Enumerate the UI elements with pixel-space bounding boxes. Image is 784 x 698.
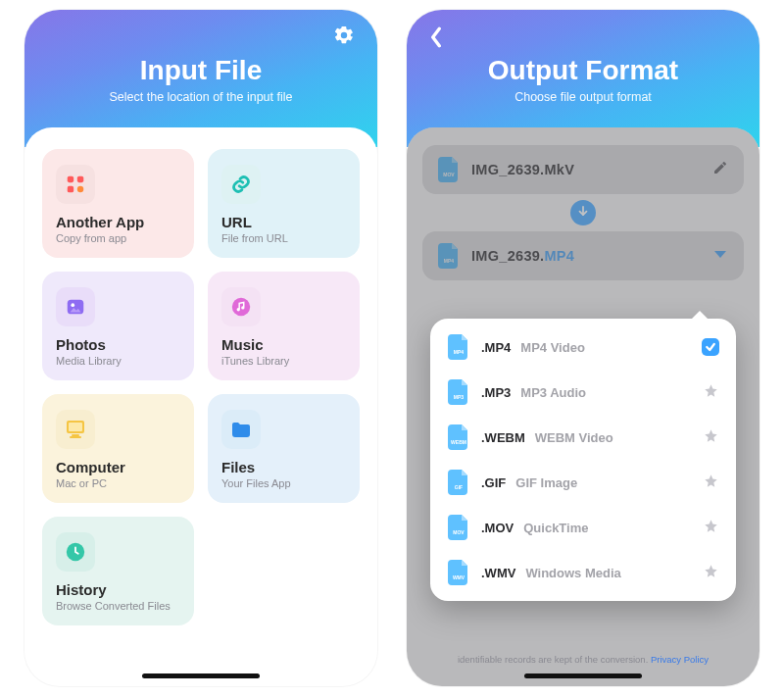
format-option-webm[interactable]: WEBM.WEBM WEBM Video: [430, 415, 736, 460]
svg-text:WEBM: WEBM: [451, 439, 466, 445]
file-mov-icon: MOV: [446, 515, 471, 540]
svg-point-5: [71, 303, 74, 307]
tile-subtitle: Browse Converted Files: [56, 600, 180, 612]
tile-title: Computer: [56, 459, 180, 475]
format-ext: .WEBM: [481, 430, 525, 445]
format-ext: .WMV: [481, 566, 515, 580]
svg-rect-0: [68, 176, 74, 182]
input-file-row[interactable]: MOV IMG_2639.MkV: [422, 145, 744, 194]
svg-point-7: [237, 308, 240, 311]
star-icon: [704, 383, 718, 402]
tile-title: Photos: [56, 336, 180, 353]
source-tile-history[interactable]: History Browse Converted Files: [42, 517, 194, 625]
tile-title: URL: [221, 214, 346, 230]
format-options-popup: MP4.MP4 MP4 VideoMP3.MP3 MP3 AudioWEBM.W…: [430, 319, 736, 601]
format-option-mp3[interactable]: MP3.MP3 MP3 Audio: [430, 370, 736, 415]
music-icon: [221, 287, 261, 326]
svg-point-8: [241, 306, 244, 309]
settings-button[interactable]: [330, 24, 358, 51]
chevron-left-icon: [429, 26, 443, 52]
privacy-footnote: identifiable records are kept of the con…: [407, 654, 760, 665]
photos-icon: [56, 287, 95, 326]
format-ext: .MOV: [481, 521, 514, 535]
open-format-dropdown[interactable]: [710, 246, 730, 266]
format-option-mp4[interactable]: MP4.MP4 MP4 Video: [430, 324, 736, 370]
tile-title: Another App: [56, 214, 180, 230]
home-indicator[interactable]: [524, 673, 642, 678]
star-icon: [704, 519, 718, 537]
svg-point-6: [232, 298, 250, 316]
svg-rect-12: [70, 436, 81, 438]
source-tile-computer[interactable]: Computer Mac or PC: [42, 394, 194, 503]
input-file-screen: Input File Select the location of the in…: [24, 10, 377, 686]
favorite-star[interactable]: [701, 382, 720, 402]
file-mp3-icon: MP3: [446, 379, 471, 405]
file-wmv-icon: WMV: [446, 560, 471, 585]
svg-rect-2: [68, 186, 74, 192]
source-tile-url[interactable]: URL File from URL: [208, 149, 360, 258]
svg-text:MP4: MP4: [454, 349, 465, 355]
home-indicator[interactable]: [142, 673, 260, 678]
folder-icon: [221, 410, 261, 449]
format-option-wmv[interactable]: WMV.WMV Windows Media: [430, 550, 736, 595]
privacy-policy-link[interactable]: Privacy Policy: [651, 654, 709, 665]
header: Output Format Choose file output format: [407, 10, 760, 147]
back-button[interactable]: [422, 25, 450, 53]
gear-icon: [333, 25, 355, 50]
source-tile-photos[interactable]: Photos Media Library: [42, 272, 194, 380]
page-subtitle: Choose file output format: [407, 90, 760, 104]
svg-rect-10: [69, 423, 82, 431]
format-option-gif[interactable]: GIF.GIF GIF Image: [430, 460, 736, 505]
check-icon: [702, 338, 719, 356]
star-icon: [704, 564, 718, 582]
file-mov-icon: MOV: [436, 157, 462, 182]
header: Input File Select the location of the in…: [24, 10, 377, 147]
favorite-star[interactable]: [701, 427, 720, 447]
format-desc: QuickTime: [523, 521, 588, 535]
format-desc: GIF Image: [515, 475, 577, 490]
source-tile-music[interactable]: Music iTunes Library: [208, 272, 360, 380]
conversion-arrow: [422, 200, 744, 225]
input-file-name: IMG_2639.MkV: [471, 162, 701, 177]
apps-icon: [56, 165, 95, 204]
tile-subtitle: iTunes Library: [221, 355, 346, 367]
output-file-name: IMG_2639.MP4: [471, 248, 701, 264]
file-mp4-icon: MP4: [446, 334, 471, 360]
favorite-star[interactable]: [701, 473, 720, 492]
svg-text:MP4: MP4: [444, 258, 455, 264]
page-title: Input File: [24, 55, 377, 86]
svg-text:MP3: MP3: [454, 394, 465, 400]
output-file-row[interactable]: MP4 IMG_2639.MP4: [422, 231, 744, 280]
source-tile-files[interactable]: Files Your Files App: [208, 394, 360, 503]
svg-rect-11: [72, 434, 79, 436]
format-ext: .MP4: [481, 340, 511, 355]
caret-down-icon: [712, 247, 728, 265]
format-desc: WEBM Video: [535, 430, 613, 445]
tile-subtitle: Your Files App: [221, 477, 346, 489]
output-format-screen: Output Format Choose file output format …: [407, 10, 760, 686]
tile-subtitle: Mac or PC: [56, 477, 180, 489]
file-mp4-icon: MP4: [436, 243, 462, 269]
tile-title: Files: [221, 459, 346, 475]
svg-text:MOV: MOV: [443, 172, 455, 177]
source-tile-another-app[interactable]: Another App Copy from app: [42, 149, 194, 258]
tile-subtitle: Media Library: [56, 355, 180, 367]
favorite-star[interactable]: [701, 563, 720, 582]
format-desc: MP3 Audio: [520, 385, 586, 400]
svg-point-3: [77, 186, 83, 192]
file-gif-icon: GIF: [446, 470, 471, 495]
arrow-down-icon: [576, 204, 590, 222]
star-icon: [704, 474, 718, 492]
format-ext: .MP3: [481, 385, 511, 400]
link-icon: [221, 165, 261, 204]
svg-text:GIF: GIF: [455, 484, 463, 490]
edit-filename-button[interactable]: [710, 160, 730, 179]
computer-icon: [56, 410, 95, 449]
page-title: Output Format: [407, 55, 760, 86]
format-option-mov[interactable]: MOV.MOV QuickTime: [430, 505, 736, 550]
file-webm-icon: WEBM: [446, 424, 471, 450]
svg-text:WMV: WMV: [453, 574, 466, 580]
favorite-star[interactable]: [701, 518, 720, 537]
format-desc: MP4 Video: [520, 340, 585, 355]
tile-subtitle: Copy from app: [56, 232, 180, 244]
